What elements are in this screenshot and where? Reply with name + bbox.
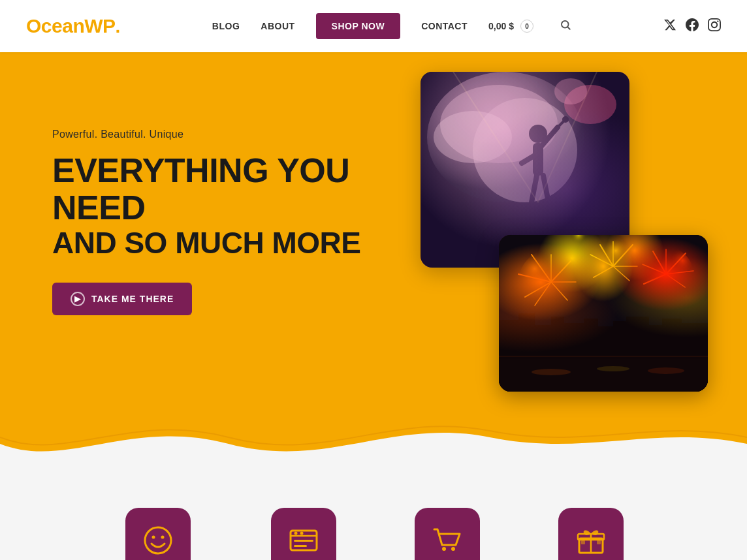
svg-line-44 — [666, 253, 686, 274]
twitter-icon[interactable] — [663, 18, 676, 35]
svg-line-31 — [551, 282, 567, 300]
hero-title-line1: EVERYTHING YOU NEED — [52, 152, 392, 226]
svg-point-6 — [434, 111, 512, 163]
svg-point-74 — [442, 547, 446, 551]
svg-point-62 — [532, 369, 571, 375]
svg-rect-48 — [499, 320, 525, 359]
svg-point-64 — [648, 367, 684, 374]
take-me-button[interactable]: ▶ TAKE ME THERE — [52, 283, 192, 315]
feature-extras: Superb Extras — [539, 508, 643, 560]
social-icons — [663, 18, 721, 35]
header: OceanWP. BLOG ABOUT SHOP NOW CONTACT 0,0… — [0, 0, 747, 52]
search-icon — [560, 19, 571, 31]
elementor-icon-wrap — [271, 508, 336, 560]
svg-point-21 — [518, 249, 584, 315]
svg-line-45 — [666, 271, 693, 274]
cart-count: 0 — [520, 20, 533, 33]
svg-point-70 — [294, 532, 298, 535]
hero-image-fireworks — [499, 235, 708, 392]
svg-point-4 — [473, 98, 577, 202]
svg-line-16 — [538, 72, 597, 202]
svg-line-25 — [532, 255, 551, 282]
svg-point-3 — [427, 72, 584, 202]
logo[interactable]: OceanWP. — [26, 15, 120, 37]
svg-point-65 — [145, 527, 171, 553]
nav-contact[interactable]: CONTACT — [421, 21, 468, 31]
extras-icon-wrap — [558, 508, 624, 560]
svg-line-26 — [518, 274, 551, 282]
svg-point-18 — [554, 78, 587, 104]
svg-line-29 — [551, 261, 571, 282]
take-me-label: TAKE ME THERE — [91, 294, 174, 304]
svg-line-12 — [543, 176, 548, 202]
svg-point-75 — [451, 547, 455, 551]
hero-section: Powerful. Beautiful. Unique EVERYTHING Y… — [0, 52, 747, 418]
svg-line-9 — [538, 127, 558, 150]
logo-text: OceanWP — [26, 15, 116, 37]
nav-blog[interactable]: BLOG — [212, 21, 240, 31]
svg-rect-56 — [626, 317, 649, 359]
svg-point-17 — [564, 85, 616, 124]
svg-point-14 — [562, 116, 569, 123]
feature-elementor: Elementor Ready — [251, 508, 356, 560]
svg-point-7 — [529, 125, 547, 143]
svg-line-33 — [600, 245, 613, 266]
svg-rect-19 — [499, 235, 708, 392]
svg-point-63 — [597, 366, 629, 371]
svg-rect-20 — [499, 326, 708, 392]
svg-line-11 — [532, 176, 537, 202]
logo-dot: . — [116, 16, 120, 37]
feature-ecommerce: E-Commerce Ready — [395, 508, 500, 560]
nav: BLOG ABOUT SHOP NOW CONTACT 0,00 $ 0 — [212, 13, 571, 39]
svg-line-13 — [558, 121, 564, 127]
gift-icon — [575, 524, 607, 557]
svg-point-22 — [587, 240, 639, 292]
svg-rect-51 — [551, 317, 564, 359]
svg-line-41 — [643, 264, 666, 274]
svg-rect-80 — [597, 540, 601, 544]
svg-rect-50 — [535, 325, 554, 359]
cart-icon — [431, 524, 464, 557]
svg-rect-72 — [294, 540, 313, 542]
hero-text: Powerful. Beautiful. Unique EVERYTHING Y… — [52, 129, 392, 316]
svg-point-5 — [440, 85, 558, 163]
svg-line-34 — [590, 255, 613, 266]
shop-now-button[interactable]: SHOP NOW — [316, 13, 401, 39]
svg-point-67 — [161, 536, 164, 539]
hero-title: EVERYTHING YOU NEED AND SO MUCH MORE — [52, 152, 392, 260]
svg-line-40 — [653, 251, 666, 274]
features-section: Multi-Purpose Theme Elementor Ready E-Co… — [0, 469, 747, 560]
svg-line-15 — [453, 72, 538, 202]
svg-point-71 — [300, 532, 304, 535]
svg-rect-52 — [564, 323, 587, 359]
svg-point-66 — [151, 536, 155, 539]
wave-divider — [0, 418, 747, 470]
facebook-icon[interactable] — [686, 18, 699, 35]
svg-line-32 — [535, 282, 551, 305]
nav-about[interactable]: ABOUT — [261, 21, 294, 31]
smiley-icon — [142, 524, 174, 557]
svg-line-42 — [644, 274, 666, 284]
instagram-icon[interactable] — [708, 18, 721, 35]
svg-line-27 — [525, 282, 551, 297]
svg-line-1 — [567, 27, 569, 29]
svg-point-24 — [563, 235, 602, 270]
svg-rect-54 — [597, 326, 615, 359]
circle-icon: ▶ — [71, 292, 85, 306]
svg-rect-60 — [499, 356, 708, 392]
svg-line-39 — [613, 266, 629, 281]
svg-line-35 — [594, 266, 613, 277]
hero-title-line2: AND SO MUCH MORE — [52, 226, 392, 260]
cart[interactable]: 0,00 $ 0 — [488, 20, 533, 33]
fireworks-svg — [499, 235, 708, 392]
svg-line-10 — [522, 153, 538, 163]
svg-rect-57 — [648, 325, 664, 359]
elementor-icon — [287, 524, 320, 557]
svg-rect-79 — [581, 540, 585, 544]
search-button[interactable] — [560, 19, 571, 34]
svg-rect-53 — [584, 319, 598, 359]
svg-rect-59 — [680, 323, 708, 359]
feature-multi-purpose: Multi-Purpose Theme — [104, 508, 212, 560]
svg-rect-73 — [294, 545, 307, 547]
svg-line-37 — [613, 245, 633, 266]
